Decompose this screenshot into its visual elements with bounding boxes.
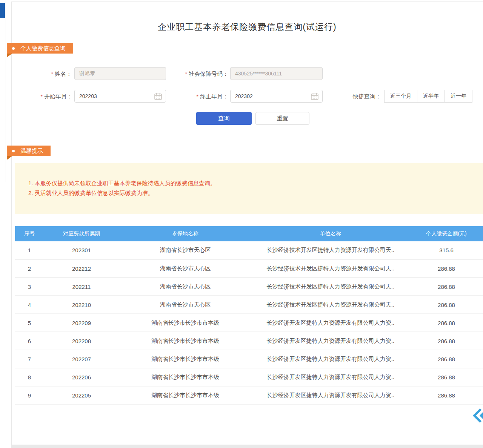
cell-index: 8: [15, 368, 44, 386]
cell-company: 长沙经济技术开发区捷特人力资源开发有限公司天..: [251, 278, 410, 296]
cell-period: 202207: [44, 350, 119, 368]
cell-company: 长沙经济开发区捷特人力资源开发有限公司人力资..: [251, 368, 410, 386]
name-label: * 姓名：: [34, 70, 72, 78]
calendar-icon[interactable]: [154, 93, 162, 100]
cell-amount: 286.88: [410, 278, 483, 296]
bullet-icon: [12, 47, 15, 50]
cell-period: 202211: [44, 278, 119, 296]
table-row: 7 202207 湖南省长沙市长沙市市本级 长沙经济开发区捷特人力资源开发有限公…: [15, 350, 483, 368]
start-month-label: * 开始年月：: [32, 93, 72, 100]
table-body: 1 202301 湖南省长沙市天心区 长沙经济技术开发区捷特人力资源开发有限公司…: [15, 241, 483, 404]
name-input[interactable]: [74, 67, 166, 80]
cell-index: 9: [15, 386, 44, 404]
header-index: 序号: [15, 226, 44, 241]
tips-line: 2. 灵活就业人员的缴费单位信息以实际缴费为准。: [28, 188, 472, 198]
cell-amount: 286.88: [410, 259, 483, 278]
cell-company: 长沙经济技术开发区捷特人力资源开发有限公司天..: [251, 296, 410, 314]
cell-amount: 286.88: [410, 368, 483, 386]
cell-period: 202209: [44, 314, 119, 332]
cell-index: 5: [15, 314, 44, 332]
cell-index: 3: [15, 278, 44, 296]
required-asterisk: *: [41, 94, 43, 100]
end-month-label: * 终止年月：: [188, 93, 228, 100]
cell-period: 202210: [44, 296, 119, 314]
cell-company: 长沙经济开发区捷特人力资源开发有限公司人力资..: [251, 386, 410, 404]
cell-index: 7: [15, 350, 44, 368]
cell-period: 202205: [44, 386, 119, 404]
cell-location: 湖南省长沙市长沙市市本级: [119, 350, 251, 368]
required-asterisk: *: [197, 94, 198, 100]
cell-company: 长沙经济技术开发区捷特人力资源开发有限公司天..: [251, 259, 410, 278]
bottom-bar: [11, 445, 483, 448]
cell-location: 湖南省长沙市天心区: [119, 296, 251, 314]
cell-index: 1: [15, 241, 44, 259]
sidebar-mini-tab[interactable]: [0, 3, 5, 18]
cell-period: 202301: [44, 241, 119, 259]
cell-amount: 286.88: [410, 314, 483, 332]
cell-company: 长沙经济技术开发区捷特人力资源开发有限公司天..: [251, 241, 410, 259]
quick-query-label: 快捷查询：: [347, 93, 381, 100]
cell-location: 湖南省长沙市长沙市市本级: [119, 332, 251, 350]
cell-location: 湖南省长沙市长沙市市本级: [119, 368, 251, 386]
cell-location: 湖南省长沙市天心区: [119, 241, 251, 259]
header-company: 单位名称: [251, 226, 410, 241]
cell-period: 202206: [44, 368, 119, 386]
cell-index: 4: [15, 296, 44, 314]
start-month-input[interactable]: [74, 90, 166, 103]
required-asterisk: *: [51, 71, 53, 77]
cell-location: 湖南省长沙市长沙市市本级: [119, 314, 251, 332]
page: 企业职工基本养老保险缴费信息查询(试运行) 个人缴费信息查询 * 姓名： * 社…: [0, 0, 483, 448]
cell-location: 湖南省长沙市天心区: [119, 259, 251, 278]
results-table: 序号 对应费款所属期 参保地名称 单位名称 个人缴费金额(元) 1 202301…: [15, 226, 483, 405]
cell-amount: 286.88: [410, 332, 483, 350]
section-badge-query: 个人缴费信息查询: [7, 43, 73, 54]
quick-button-3months[interactable]: 近三个月: [384, 90, 417, 103]
cell-period: 202208: [44, 332, 119, 350]
cell-location: 湖南省长沙市长沙市市本级: [119, 386, 251, 404]
cell-index: 6: [15, 332, 44, 350]
cell-amount: 286.88: [410, 386, 483, 404]
end-month-input[interactable]: [230, 90, 323, 103]
cell-amount: 315.6: [410, 241, 483, 259]
tips-panel: 1. 本服务仅提供尚未领取企业职工基本养老保险待遇人员的缴费信息查询。 2. 灵…: [15, 163, 483, 214]
cell-location: 湖南省长沙市天心区: [119, 278, 251, 296]
cell-company: 长沙经济开发区捷特人力资源开发有限公司人力资..: [251, 314, 410, 332]
reset-button[interactable]: 重置: [255, 112, 309, 125]
cell-index: 2: [15, 259, 44, 278]
quick-query-group: 近三个月 近半年 近一年: [384, 90, 472, 103]
section-badge-tips: 温馨提示: [7, 146, 51, 156]
ssn-input[interactable]: [230, 67, 323, 80]
cell-amount: 286.88: [410, 296, 483, 314]
table-row: 6 202208 湖南省长沙市长沙市市本级 长沙经济开发区捷特人力资源开发有限公…: [15, 332, 483, 350]
cell-company: 长沙经济开发区捷特人力资源开发有限公司人力资..: [251, 332, 410, 350]
quick-button-1year[interactable]: 近一年: [445, 90, 472, 103]
cell-company: 长沙经济开发区捷特人力资源开发有限公司人力资..: [251, 350, 410, 368]
section-badge-tips-label: 温馨提示: [20, 147, 43, 155]
table-row: 2 202212 湖南省长沙市天心区 长沙经济技术开发区捷特人力资源开发有限公司…: [15, 259, 483, 278]
table-row: 4 202210 湖南省长沙市天心区 长沙经济技术开发区捷特人力资源开发有限公司…: [15, 296, 483, 314]
table-header-row: 序号 对应费款所属期 参保地名称 单位名称 个人缴费金额(元): [15, 226, 483, 241]
table-row: 3 202211 湖南省长沙市天心区 长沙经济技术开发区捷特人力资源开发有限公司…: [15, 278, 483, 296]
tips-line: 1. 本服务仅提供尚未领取企业职工基本养老保险待遇人员的缴费信息查询。: [28, 178, 472, 188]
results-table-wrap: 序号 对应费款所属期 参保地名称 单位名称 个人缴费金额(元) 1 202301…: [15, 226, 483, 405]
header-period: 对应费款所属期: [44, 226, 119, 241]
ssn-label: * 社会保障号码：: [169, 70, 228, 78]
table-row: 1 202301 湖南省长沙市天心区 长沙经济技术开发区捷特人力资源开发有限公司…: [15, 241, 483, 259]
table-row: 8 202206 湖南省长沙市长沙市市本级 长沙经济开发区捷特人力资源开发有限公…: [15, 368, 483, 386]
required-asterisk: *: [185, 71, 187, 77]
section-badge-query-label: 个人缴费信息查询: [20, 45, 66, 52]
quick-button-halfyear[interactable]: 近半年: [417, 90, 445, 103]
collapse-chevron-icon[interactable]: [472, 408, 483, 423]
cell-amount: 286.88: [410, 350, 483, 368]
calendar-icon[interactable]: [311, 93, 318, 100]
bullet-icon: [12, 150, 15, 152]
cell-period: 202212: [44, 259, 119, 278]
left-rail: [0, 0, 6, 182]
query-button[interactable]: 查询: [196, 112, 252, 125]
table-row: 5 202209 湖南省长沙市长沙市市本级 长沙经济开发区捷特人力资源开发有限公…: [15, 314, 483, 332]
page-title: 企业职工基本养老保险缴费信息查询(试运行): [11, 21, 483, 33]
header-amount: 个人缴费金额(元): [410, 226, 483, 241]
header-location: 参保地名称: [119, 226, 251, 241]
table-row: 9 202205 湖南省长沙市长沙市市本级 长沙经济开发区捷特人力资源开发有限公…: [15, 386, 483, 404]
